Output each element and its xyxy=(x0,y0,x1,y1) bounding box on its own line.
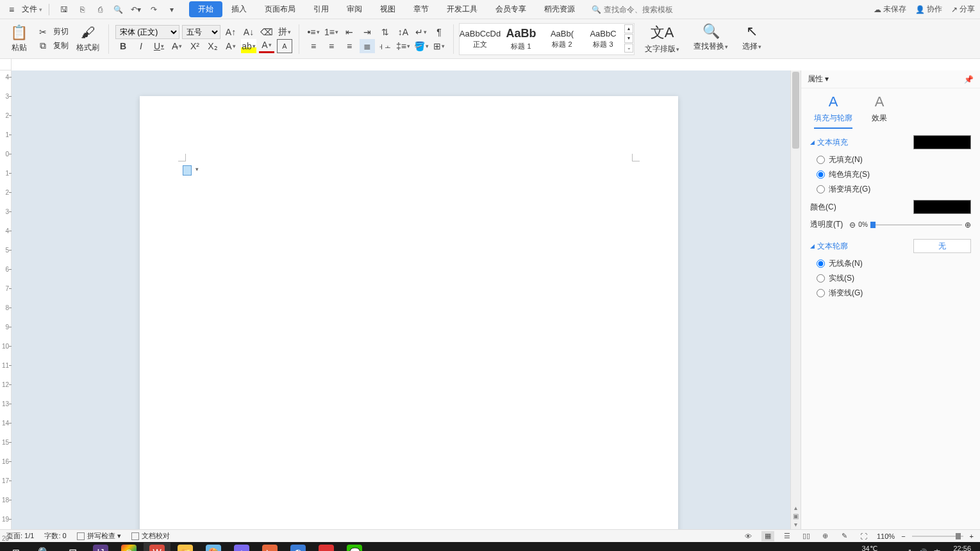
radio-gradient-fill[interactable]: 渐变填充(G) xyxy=(817,184,971,195)
zoom-thumb[interactable] xyxy=(956,533,961,539)
tab-effects[interactable]: A效果 xyxy=(872,94,887,129)
taskbar-app-chrome[interactable]: ◉ xyxy=(115,543,142,551)
scroll-page-icon[interactable]: ▣ xyxy=(793,513,799,520)
taskbar-app-explorer[interactable]: 📁 xyxy=(172,543,199,551)
ruler-vertical[interactable]: 4321012345678910111213141516171819202122… xyxy=(0,70,12,529)
style-scroll-down[interactable]: ▾ xyxy=(624,34,633,43)
section-text-fill[interactable]: ◢文本填充 xyxy=(810,135,971,149)
fit-width-icon[interactable]: ⛶ xyxy=(858,531,870,541)
page[interactable] xyxy=(140,96,678,529)
word-count[interactable]: 字数: 0 xyxy=(44,531,66,541)
fill-preview-swatch[interactable] xyxy=(913,135,971,149)
line-break-button[interactable]: ↵▾ xyxy=(413,25,429,39)
decrease-indent-button[interactable]: ⇤ xyxy=(342,25,357,39)
tab-premium[interactable]: 会员专享 xyxy=(486,1,535,17)
spell-check[interactable]: 拼写检查 ▾ xyxy=(77,531,121,541)
qat-customize-icon[interactable]: ▾ xyxy=(165,3,179,17)
text-direction-button[interactable]: ↕A xyxy=(395,25,411,39)
taskbar-app-photos[interactable]: ▲ xyxy=(228,543,255,551)
clear-format-icon[interactable]: ⌫ xyxy=(259,25,274,39)
taskbar-search-icon[interactable]: 🔍 xyxy=(31,543,58,551)
tab-fill-outline[interactable]: A填充与轮廓 xyxy=(814,94,852,129)
taskbar-app-paint[interactable]: 🎨 xyxy=(200,543,227,551)
file-menu[interactable]: 文件 ▾ xyxy=(18,4,46,15)
tab-references[interactable]: 引用 xyxy=(304,1,338,17)
find-replace-button[interactable]: 🔍查找替换▾ xyxy=(691,22,731,56)
typography-button[interactable]: 文A文字排版▾ xyxy=(642,22,682,56)
ime-indicator[interactable]: 中 xyxy=(934,548,941,552)
redo-icon[interactable]: ↷ xyxy=(147,3,161,17)
tab-insert[interactable]: 插入 xyxy=(222,1,256,17)
style-scroll-up[interactable]: ▴ xyxy=(624,24,633,33)
collab-button[interactable]: 👤协作 xyxy=(915,4,942,15)
vertical-scrollbar[interactable]: ▴ ▣ ▾ xyxy=(790,70,801,529)
tray-network-icon[interactable]: 🖧 xyxy=(906,548,913,551)
taskbar-app-recorder[interactable]: ● xyxy=(313,543,340,551)
taskbar-clock[interactable]: 22:56 2022/1/ xyxy=(947,545,971,551)
style-heading2[interactable]: AaBb(标题 2 xyxy=(542,24,582,54)
underline-button[interactable]: U▾ xyxy=(151,39,167,53)
page-indicator[interactable]: 页面: 1/1 xyxy=(6,531,34,541)
minus-icon[interactable]: ⊖ xyxy=(849,220,856,229)
shading-button[interactable]: 🪣▾ xyxy=(413,39,429,53)
cpu-temperature[interactable]: 34℃ CPU温度 xyxy=(848,545,877,551)
windows-start-icon[interactable]: ⊞ xyxy=(3,543,29,551)
style-gallery-expand[interactable]: ⌄ xyxy=(624,44,633,53)
search-input[interactable] xyxy=(604,5,700,14)
text-effects-button[interactable]: A▾ xyxy=(223,39,238,53)
doc-proofing[interactable]: 文档校对 xyxy=(131,531,170,541)
sort-button[interactable]: ⇅ xyxy=(378,25,393,39)
tray-volume-icon[interactable]: 🔊 xyxy=(918,548,927,552)
taskbar-app-blue[interactable]: ◐ xyxy=(285,543,311,551)
color-swatch[interactable] xyxy=(913,200,971,214)
scroll-up-icon[interactable]: ▴ xyxy=(794,504,797,511)
section-text-outline[interactable]: ◢文本轮廓 无 xyxy=(810,239,971,253)
undo-icon[interactable]: ↶▾ xyxy=(129,3,143,17)
shrink-font-icon[interactable]: A↓ xyxy=(241,25,256,39)
radio-no-line[interactable]: 无线条(N) xyxy=(817,258,971,269)
paste-button[interactable]: 📋粘贴 xyxy=(8,23,30,54)
radio-no-fill[interactable]: 无填充(N) xyxy=(817,154,971,165)
bold-button[interactable]: B xyxy=(115,39,131,53)
grow-font-icon[interactable]: A↑ xyxy=(223,25,238,39)
transparency-slider[interactable]: ⊖ 0% ⊕ xyxy=(849,220,971,229)
document-area[interactable] xyxy=(12,70,790,529)
unsaved-indicator[interactable]: ☁未保存 xyxy=(874,4,906,15)
tab-review[interactable]: 审阅 xyxy=(338,1,371,17)
style-normal[interactable]: AaBbCcDd正文 xyxy=(460,24,500,54)
phonetic-guide-icon[interactable]: 拼▾ xyxy=(277,25,292,39)
zoom-value[interactable]: 110% xyxy=(877,532,895,540)
slider-thumb[interactable] xyxy=(870,222,876,228)
zoom-slider[interactable] xyxy=(912,536,963,537)
zoom-in-icon[interactable]: + xyxy=(970,532,974,540)
tray-wechat-icon[interactable]: ● xyxy=(897,548,902,551)
numbering-button[interactable]: 1≡▾ xyxy=(324,25,339,39)
taskbar-app-intellij[interactable]: IJ xyxy=(87,543,114,551)
view-focus-icon[interactable]: ✎ xyxy=(838,531,851,541)
tab-home[interactable]: 开始 xyxy=(189,1,222,17)
cut-button[interactable]: ✂ xyxy=(35,25,51,39)
tray-chevron-icon[interactable]: ︿ xyxy=(884,548,891,552)
export-icon[interactable]: ⎘ xyxy=(75,3,89,17)
taskbar-app-wps[interactable]: W xyxy=(144,543,170,551)
bullets-button[interactable]: •≡▾ xyxy=(306,25,321,39)
share-button[interactable]: ↗分享 xyxy=(951,4,975,15)
tab-view[interactable]: 视图 xyxy=(371,1,404,17)
highlight-button[interactable]: ab▾ xyxy=(241,39,256,53)
print-icon[interactable]: ⎙ xyxy=(93,3,107,17)
distribute-button[interactable]: ⫞⫠ xyxy=(378,39,393,53)
radio-solid-line[interactable]: 实线(S) xyxy=(817,273,971,284)
taskbar-app-wechat[interactable]: 💬 xyxy=(341,543,368,551)
borders-button[interactable]: ⊞▾ xyxy=(431,39,447,53)
view-page-icon[interactable]: ▦ xyxy=(761,531,774,541)
align-center-button[interactable]: ≡ xyxy=(324,39,339,53)
italic-button[interactable]: I xyxy=(133,39,149,53)
search-box[interactable]: 🔍 xyxy=(592,5,700,14)
tab-resources[interactable]: 稻壳资源 xyxy=(535,1,584,17)
plus-icon[interactable]: ⊕ xyxy=(965,220,971,229)
scrollbar-thumb[interactable] xyxy=(792,72,799,149)
subscript-button[interactable]: X₂ xyxy=(205,39,220,53)
style-heading3[interactable]: AaBbC标题 3 xyxy=(583,24,623,54)
superscript-button[interactable]: X² xyxy=(187,39,203,53)
task-view-icon[interactable]: ⊡ xyxy=(59,543,86,551)
